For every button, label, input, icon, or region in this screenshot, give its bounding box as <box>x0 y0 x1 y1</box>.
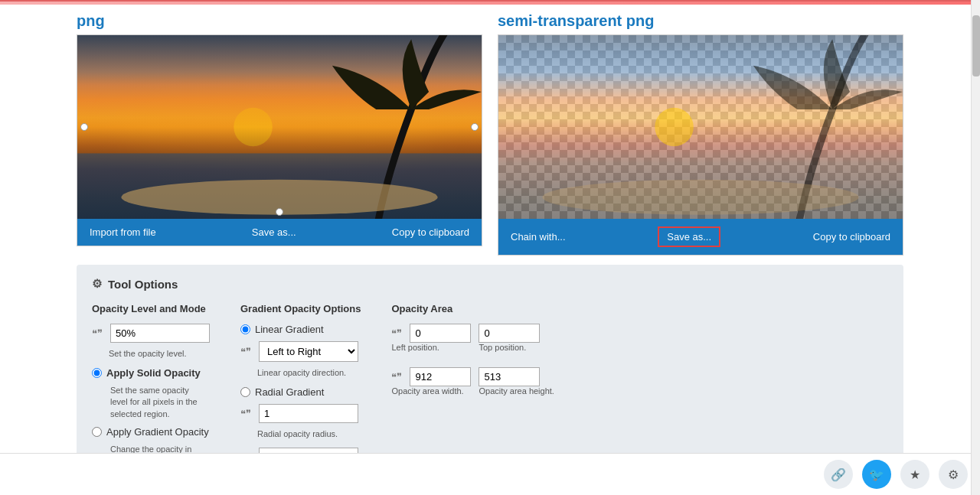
gear-icon-panel: ⚙ <box>92 277 102 291</box>
left-pos-group: ❝❞ Left position. <box>391 324 471 355</box>
apply-solid-radio[interactable] <box>92 368 102 378</box>
height-group: Opacity area height. <box>479 367 554 399</box>
apply-solid-sub-label: Set the same opacity level for all pixel… <box>110 385 210 420</box>
semi-transparent-save-as-button[interactable]: Save as... <box>658 226 720 247</box>
png-image-wrapper: Import from file Save as... Copy to clip… <box>77 34 482 246</box>
opacity-input-row: ❝❞ <box>92 324 210 343</box>
linear-gradient-radio-row: Linear Gradient <box>240 324 361 335</box>
bottom-action-bar: 🔗 🐦 ★ ⚙ <box>0 453 980 495</box>
top-pos-group: Top position. <box>479 324 540 355</box>
import-from-file-button[interactable]: Import from file <box>90 226 156 238</box>
settings-button[interactable]: ⚙ <box>939 460 968 489</box>
link-button[interactable]: 🔗 <box>824 460 853 489</box>
direction-select[interactable]: Left to Right Right to Left Top to Botto… <box>259 341 358 362</box>
star-button[interactable]: ★ <box>900 460 929 489</box>
png-title: png <box>77 12 482 30</box>
width-hint: Opacity area width. <box>391 386 471 396</box>
opacity-level-input[interactable] <box>110 324 210 343</box>
handle-left[interactable] <box>80 123 88 131</box>
twitter-button[interactable]: 🐦 <box>862 460 891 489</box>
linear-gradient-label: Linear Gradient <box>255 324 324 335</box>
semi-transparent-title: semi-transparent png <box>498 12 903 30</box>
opacity-level-title: Opacity Level and Mode <box>92 303 210 314</box>
png-save-as-button[interactable]: Save as... <box>252 226 296 238</box>
height-input[interactable] <box>479 367 540 386</box>
gradient-opacity-title: Gradient Opacity Options <box>240 303 361 314</box>
svg-point-5 <box>542 180 858 215</box>
link-icon: 🔗 <box>831 467 846 482</box>
png-canvas <box>77 35 482 219</box>
tool-options-title: Tool Options <box>108 278 178 291</box>
radius-hint: Radial opacity radius. <box>257 429 361 438</box>
radial-gradient-radio-row: Radial Gradient <box>240 386 361 398</box>
sunset-overlay <box>498 35 903 219</box>
opacity-area-title: Opacity Area <box>391 303 554 314</box>
handle-right[interactable] <box>471 123 479 131</box>
width-quote: ❝❞ <box>391 371 402 383</box>
radial-gradient-radio[interactable] <box>240 387 250 397</box>
svg-point-4 <box>655 108 694 147</box>
width-group: ❝❞ Opacity area width. <box>391 367 471 399</box>
radius-input[interactable] <box>259 404 358 423</box>
height-hint: Opacity area height. <box>479 386 554 396</box>
apply-solid-label: Apply Solid Opacity <box>106 367 201 379</box>
opacity-quote-icon: ❝❞ <box>92 327 103 339</box>
left-position-hint: Left position. <box>391 343 471 352</box>
apply-solid-radio-row: Apply Solid Opacity <box>92 367 210 379</box>
scrollbar-thumb[interactable] <box>972 15 980 77</box>
position-row: ❝❞ Left position. Top position. <box>391 324 554 355</box>
png-section: png <box>77 12 482 256</box>
star-icon: ★ <box>910 467 920 482</box>
apply-gradient-label: Apply Gradient Opacity <box>106 426 209 438</box>
apply-gradient-radio[interactable] <box>92 427 102 437</box>
semi-transparent-copy-clipboard-button[interactable]: Copy to clipboard <box>813 226 890 247</box>
images-row: png <box>77 12 903 256</box>
settings-icon: ⚙ <box>948 467 959 482</box>
top-position-hint: Top position. <box>479 343 540 352</box>
direction-select-row: ❝❞ Left to Right Right to Left Top to Bo… <box>240 341 361 362</box>
opacity-level-hint: Set the opacity level. <box>109 349 210 358</box>
semi-transparent-toolbar: Chain with... Save as... Copy to clipboa… <box>498 219 903 255</box>
png-copy-clipboard-button[interactable]: Copy to clipboard <box>392 226 469 238</box>
linear-gradient-radio[interactable] <box>240 324 250 334</box>
tool-options-header: ⚙ Tool Options <box>92 277 888 291</box>
radial-gradient-label: Radial Gradient <box>255 386 324 398</box>
scrollbar[interactable] <box>971 0 980 495</box>
semi-transparent-section: semi-transparent png <box>498 12 903 256</box>
png-toolbar: Import from file Save as... Copy to clip… <box>77 219 482 246</box>
chain-with-button[interactable]: Chain with... <box>511 226 566 247</box>
radius-input-row: ❝❞ <box>240 404 361 423</box>
apply-gradient-radio-row: Apply Gradient Opacity <box>92 426 210 438</box>
semi-transparent-canvas <box>498 35 903 219</box>
left-position-input[interactable] <box>410 324 471 343</box>
main-container: png <box>0 5 980 495</box>
radius-quote-icon: ❝❞ <box>240 408 251 419</box>
width-input[interactable] <box>410 367 471 386</box>
semi-transparent-image-wrapper: Chain with... Save as... Copy to clipboa… <box>498 34 903 256</box>
direction-quote-icon: ❝❞ <box>240 346 251 357</box>
twitter-icon: 🐦 <box>869 467 884 482</box>
handle-bottom[interactable] <box>276 208 283 216</box>
direction-hint: Linear opacity direction. <box>257 368 361 377</box>
left-pos-quote: ❝❞ <box>391 327 402 339</box>
top-position-input[interactable] <box>479 324 540 343</box>
size-row: ❝❞ Opacity area width. Opacity area heig… <box>391 367 554 399</box>
